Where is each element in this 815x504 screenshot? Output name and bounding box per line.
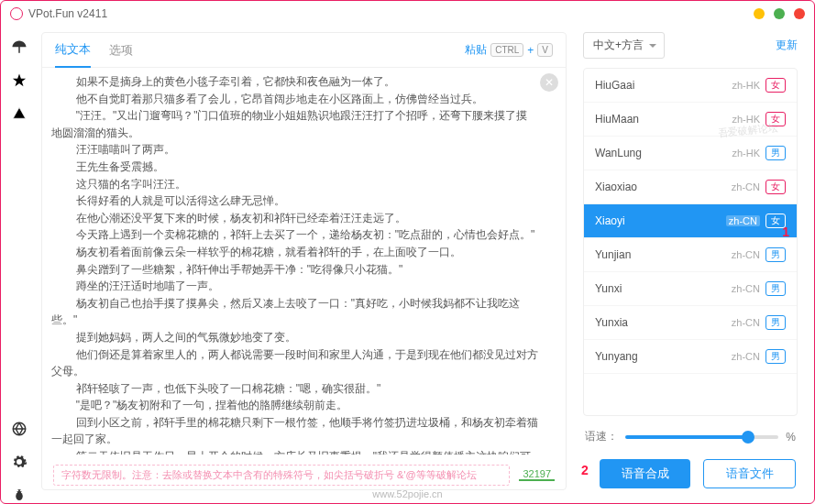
paste-hint[interactable]: 粘贴 CTRL + V — [465, 42, 553, 58]
char-count: 32197 — [519, 468, 555, 481]
voice-name: Yunxi — [595, 282, 726, 295]
voice-item[interactable]: Yunyangzh-CN男 — [584, 340, 797, 374]
voice-item[interactable]: HiuGaaizh-HK女 — [584, 69, 797, 103]
annotation-2: 2 — [581, 463, 589, 477]
gender-badge: 女 — [765, 214, 786, 228]
tab-options[interactable]: 选项 — [109, 34, 133, 67]
voice-locale: zh-CN — [732, 283, 760, 294]
speed-slider[interactable] — [625, 435, 778, 439]
voice-name: HiuGaai — [595, 79, 726, 92]
svg-point-2 — [17, 489, 22, 494]
svg-point-4 — [20, 490, 22, 492]
maximize-button[interactable] — [774, 8, 785, 19]
voice-item[interactable]: Yunjianzh-CN男 — [584, 238, 797, 272]
voice-locale: zh-CN — [732, 317, 760, 328]
gender-badge: 男 — [765, 349, 786, 364]
voice-name: HiuMaan — [595, 113, 726, 126]
app-title: VPot.Fun v2411 — [28, 7, 107, 20]
gender-badge: 男 — [765, 146, 786, 160]
nav-icon[interactable] — [11, 105, 28, 122]
speed-unit: % — [786, 431, 796, 444]
voice-item[interactable]: HiuMaanzh-HK女 — [584, 103, 797, 137]
gender-badge: 女 — [765, 78, 786, 93]
voice-name: Xiaoyi — [595, 214, 721, 227]
gear-icon[interactable] — [11, 454, 28, 470]
voice-name: Yunjian — [595, 248, 726, 261]
text-panel: 纯文本 选项 粘贴 CTRL + V 如果不是摘身上的黄色小毯子牵引着，它都快和… — [41, 32, 567, 490]
refresh-link[interactable]: 更新 — [776, 38, 798, 53]
slider-thumb[interactable] — [742, 431, 754, 444]
clear-text-button[interactable]: ✕ — [540, 73, 558, 92]
voice-item[interactable]: WanLungzh-HK男 — [584, 137, 797, 170]
voice-item[interactable]: Xiaoyizh-CN女 — [584, 204, 797, 238]
synthesize-button[interactable]: 语音合成 — [600, 459, 690, 488]
sidebar — [1, 27, 38, 503]
voice-locale: zh-CN — [732, 249, 760, 260]
voice-panel: 中文+方言 更新 1 吾爱破解论坛 HiuGaaizh-HK女HiuMaanzh… — [583, 32, 798, 490]
voice-locale: zh-HK — [732, 114, 760, 125]
aperture-icon[interactable] — [11, 421, 28, 437]
voice-name: Xiaoxiao — [595, 181, 726, 193]
close-button[interactable] — [794, 8, 805, 19]
voice-list[interactable]: 1 吾爱破解论坛 HiuGaaizh-HK女HiuMaanzh-HK女WanLu… — [583, 68, 798, 416]
bug-icon[interactable] — [11, 487, 28, 503]
star-icon[interactable] — [11, 72, 28, 89]
voice-item[interactable]: Yunxiazh-CN男 — [584, 306, 797, 340]
text-input[interactable]: 如果不是摘身上的黄色小毯子牵引着，它都快和夜色融为一体了。 他不自觉盯着那只猫多… — [51, 73, 538, 455]
voice-locale: zh-CN — [732, 181, 760, 192]
kbd-ctrl: CTRL — [490, 43, 523, 57]
voice-locale: zh-CN — [726, 215, 760, 226]
voice-name: Yunxia — [595, 316, 726, 329]
gender-badge: 男 — [765, 281, 786, 296]
speed-label: 语速： — [585, 429, 618, 444]
voice-locale: zh-HK — [732, 148, 760, 159]
minimize-button[interactable] — [754, 8, 765, 19]
language-select[interactable]: 中文+方言 — [583, 32, 665, 59]
voice-item[interactable]: Yunxizh-CN男 — [584, 272, 797, 306]
voice-locale: zh-CN — [732, 351, 760, 362]
voice-name: WanLung — [595, 147, 726, 159]
tab-plaintext[interactable]: 纯文本 — [55, 33, 91, 68]
umbrella-icon[interactable] — [11, 39, 28, 56]
svg-point-3 — [17, 490, 19, 492]
kbd-v: V — [537, 43, 553, 57]
gender-badge: 男 — [765, 247, 786, 262]
kbd-plus: + — [527, 44, 534, 57]
voice-file-button[interactable]: 语音文件 — [703, 459, 796, 488]
gender-badge: 女 — [765, 112, 786, 126]
gender-badge: 女 — [765, 180, 786, 194]
voice-name: Yunyang — [595, 350, 726, 363]
app-logo-icon — [10, 7, 23, 20]
voice-item[interactable]: Xiaoxiaozh-CN女 — [584, 170, 797, 204]
gender-badge: 男 — [765, 315, 786, 330]
paste-label: 粘贴 — [465, 42, 487, 58]
titlebar: VPot.Fun v2411 — [1, 1, 814, 27]
voice-locale: zh-HK — [732, 80, 760, 91]
hint-text: 字符数无限制。注意：去除或替换文本中含有的特殊符号，如尖括号破折号 &'@等等破… — [53, 465, 510, 486]
